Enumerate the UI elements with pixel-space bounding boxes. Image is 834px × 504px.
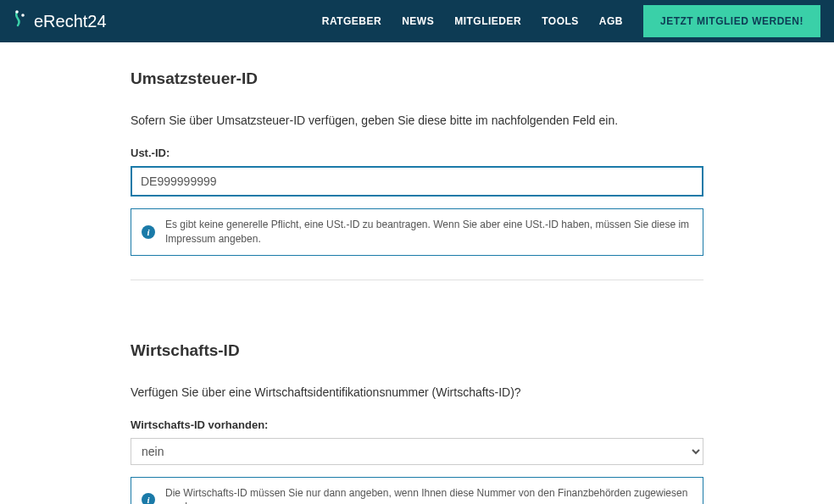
nav-items: RATGEBER NEWS MITGLIEDER TOOLS AGB JETZT…	[322, 5, 820, 37]
svg-point-0	[15, 10, 19, 14]
wirtschafts-id-label: Wirtschafts-ID vorhanden:	[131, 418, 703, 431]
info-text-wirtschafts: Die Wirtschafts-ID müssen Sie nur dann a…	[165, 486, 692, 504]
nav-ratgeber[interactable]: RATGEBER	[322, 15, 381, 27]
spacer	[131, 280, 703, 314]
logo-link[interactable]: eRecht24	[14, 10, 107, 33]
wirtschafts-id-select[interactable]: nein	[131, 438, 703, 465]
logo-icon	[14, 10, 31, 33]
info-box-wirtschafts: i Die Wirtschafts-ID müssen Sie nur dann…	[131, 477, 703, 504]
navbar: eRecht24 RATGEBER NEWS MITGLIEDER TOOLS …	[0, 0, 834, 42]
info-box-umsatzsteuer: i Es gibt keine generelle Pflicht, eine …	[131, 208, 703, 256]
cta-button[interactable]: JETZT MITGLIED WERDEN!	[643, 5, 820, 37]
section-title-umsatzsteuer: Umsatzsteuer-ID	[131, 69, 703, 88]
ust-id-label: Ust.-ID:	[131, 147, 703, 159]
content-area: Umsatzsteuer-ID Sofern Sie über Umsatzst…	[120, 42, 714, 504]
section-title-wirtschafts: Wirtschafts-ID	[131, 341, 703, 360]
svg-point-1	[21, 14, 25, 17]
info-icon: i	[142, 493, 155, 504]
section-umsatzsteuer: Umsatzsteuer-ID Sofern Sie über Umsatzst…	[131, 42, 703, 280]
info-icon: i	[142, 225, 155, 239]
nav-agb[interactable]: AGB	[599, 15, 623, 27]
ust-id-input[interactable]	[131, 166, 703, 197]
nav-mitglieder[interactable]: MITGLIEDER	[454, 15, 521, 27]
nav-tools[interactable]: TOOLS	[542, 15, 579, 27]
section-desc-umsatzsteuer: Sofern Sie über Umsatzsteuer-ID verfügen…	[131, 112, 703, 130]
section-desc-wirtschafts: Verfügen Sie über eine Wirtschaftsidenti…	[131, 384, 703, 402]
section-wirtschafts: Wirtschafts-ID Verfügen Sie über eine Wi…	[131, 314, 703, 504]
nav-news[interactable]: NEWS	[402, 15, 434, 27]
info-text-umsatzsteuer: Es gibt keine generelle Pflicht, eine US…	[165, 218, 692, 246]
logo-text: eRecht24	[34, 12, 107, 31]
